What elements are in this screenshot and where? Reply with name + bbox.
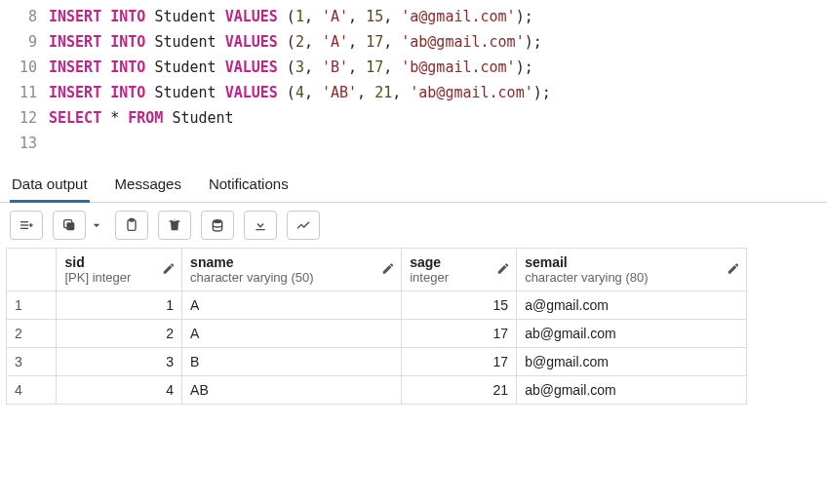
- cell-sid[interactable]: 4: [57, 376, 182, 405]
- row-number: 2: [7, 320, 57, 348]
- code-content[interactable]: INSERT INTO Student VALUES (1, 'A', 15, …: [49, 8, 533, 25]
- edit-icon[interactable]: [381, 261, 395, 278]
- code-line[interactable]: 10INSERT INTO Student VALUES (3, 'B', 17…: [0, 55, 827, 80]
- svg-point-9: [213, 219, 221, 223]
- result-tabs: Data outputMessagesNotifications: [0, 164, 827, 203]
- database-save-icon[interactable]: [201, 211, 234, 240]
- caret-down-icon[interactable]: [88, 211, 105, 240]
- table-row[interactable]: 44AB21ab@gmail.com: [7, 376, 747, 405]
- cell-semail[interactable]: b@gmail.com: [517, 348, 747, 376]
- cell-sid[interactable]: 1: [57, 291, 182, 320]
- cell-sage[interactable]: 15: [402, 291, 517, 320]
- column-header-sage[interactable]: sageinteger: [402, 249, 517, 291]
- code-line[interactable]: 11INSERT INTO Student VALUES (4, 'AB', 2…: [0, 80, 827, 105]
- cell-semail[interactable]: ab@gmail.com: [517, 376, 747, 405]
- tab-messages[interactable]: Messages: [113, 170, 183, 203]
- sql-editor[interactable]: 8INSERT INTO Student VALUES (1, 'A', 15,…: [0, 0, 827, 160]
- tab-notifications[interactable]: Notifications: [207, 170, 291, 203]
- download-icon[interactable]: [244, 211, 277, 240]
- tab-data-output[interactable]: Data output: [10, 170, 90, 203]
- cell-sname[interactable]: A: [182, 291, 402, 320]
- result-grid: sid[PK] integersnamecharacter varying (5…: [6, 248, 747, 405]
- cell-sname[interactable]: B: [182, 348, 402, 376]
- cell-semail[interactable]: a@gmail.com: [517, 291, 747, 320]
- edit-icon[interactable]: [496, 261, 510, 278]
- result-toolbar: [0, 203, 827, 248]
- row-number: 4: [7, 376, 57, 405]
- cell-sage[interactable]: 21: [402, 376, 517, 405]
- cell-sname[interactable]: AB: [182, 376, 402, 405]
- table-row[interactable]: 11A15a@gmail.com: [7, 291, 747, 320]
- chart-line-icon[interactable]: [287, 211, 320, 240]
- cell-sname[interactable]: A: [182, 320, 402, 348]
- line-number: 12: [0, 109, 49, 127]
- line-number: 10: [0, 58, 49, 76]
- trash-icon[interactable]: [158, 211, 191, 240]
- code-line[interactable]: 13: [0, 131, 827, 156]
- cell-semail[interactable]: ab@gmail.com: [517, 320, 747, 348]
- code-line[interactable]: 9INSERT INTO Student VALUES (2, 'A', 17,…: [0, 29, 827, 55]
- copy-icon[interactable]: [53, 211, 86, 240]
- row-number: 3: [7, 348, 57, 376]
- line-number: 11: [0, 84, 49, 101]
- cell-sid[interactable]: 2: [57, 320, 182, 348]
- edit-icon[interactable]: [162, 261, 176, 278]
- code-content[interactable]: SELECT * FROM Student: [49, 109, 234, 127]
- code-line[interactable]: 8INSERT INTO Student VALUES (1, 'A', 15,…: [0, 4, 827, 29]
- cell-sage[interactable]: 17: [402, 348, 517, 376]
- code-line[interactable]: 12SELECT * FROM Student: [0, 105, 827, 131]
- code-content[interactable]: INSERT INTO Student VALUES (3, 'B', 17, …: [49, 58, 533, 76]
- line-number: 13: [0, 135, 49, 152]
- column-header-sname[interactable]: snamecharacter varying (50): [182, 249, 402, 291]
- column-header-semail[interactable]: semailcharacter varying (80): [517, 249, 747, 291]
- column-header-sid[interactable]: sid[PK] integer: [57, 249, 182, 291]
- code-content[interactable]: INSERT INTO Student VALUES (4, 'AB', 21,…: [49, 84, 551, 101]
- table-row[interactable]: 22A17ab@gmail.com: [7, 320, 747, 348]
- row-number: 1: [7, 291, 57, 320]
- cell-sid[interactable]: 3: [57, 348, 182, 376]
- edit-icon[interactable]: [727, 261, 740, 278]
- clipboard-icon[interactable]: [115, 211, 148, 240]
- cell-sage[interactable]: 17: [402, 320, 517, 348]
- line-number: 9: [0, 33, 49, 51]
- row-number-header: [7, 249, 57, 291]
- code-content[interactable]: INSERT INTO Student VALUES (2, 'A', 17, …: [49, 33, 542, 51]
- add-row-icon[interactable]: [10, 211, 43, 240]
- line-number: 8: [0, 8, 49, 25]
- table-row[interactable]: 33B17b@gmail.com: [7, 348, 747, 376]
- svg-rect-5: [66, 222, 74, 230]
